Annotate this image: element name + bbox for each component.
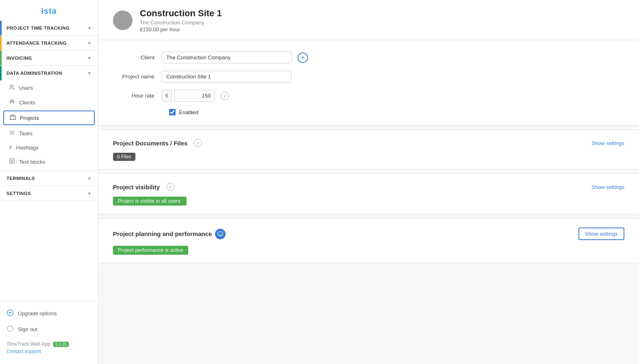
projects-icon [10, 114, 16, 121]
nav-header-invoicing[interactable]: INVOICING ▼ [0, 51, 98, 65]
sidebar-item-label: Hashtags [16, 145, 39, 151]
signout-icon [7, 325, 14, 334]
chevron-down-icon: ▼ [87, 41, 91, 46]
nav-section-data-administration: DATA ADMINISTRATION ▼ [0, 66, 98, 80]
visibility-title: Project visibility i [113, 183, 174, 191]
sidebar: Ista PROJECT TIME TRACKING ▼ ATTENDANCE … [0, 0, 98, 364]
performance-icon [215, 229, 226, 239]
sidebar-item-hashtags[interactable]: # Hashtags [0, 141, 98, 154]
sidebar-item-users[interactable]: Users [0, 80, 98, 95]
sidebar-item-label: Users [19, 85, 33, 91]
sidebar-item-label: Clients [19, 100, 35, 106]
users-icon [9, 84, 15, 91]
visibility-badge: Project is visible to all users. [113, 197, 187, 206]
enabled-checkbox[interactable] [169, 109, 176, 115]
sidebar-item-text-blocks[interactable]: Text blocks [0, 154, 98, 169]
project-rate: €150.00 per hour [140, 26, 222, 32]
tasks-icon [9, 130, 15, 137]
documents-info-icon[interactable]: i [194, 139, 202, 147]
svg-point-3 [13, 101, 14, 102]
nav-header-attendance-tracking[interactable]: ATTENDANCE TRACKING ▼ [0, 36, 98, 50]
planning-title-text: Project planning and performance [113, 230, 212, 237]
sidebar-item-label: Tasks [19, 130, 33, 136]
files-badge: 0 Files [113, 153, 135, 161]
documents-show-settings-link[interactable]: Show settings [591, 140, 624, 146]
client-row: Client + [113, 52, 624, 63]
visibility-info-icon[interactable]: i [166, 183, 174, 191]
planning-badge: Project performance is active [113, 246, 188, 255]
hour-rate-row: Hour rate € i [113, 90, 624, 102]
project-form: Client + Project name Hour rate € i Enab… [98, 40, 639, 126]
sidebar-item-projects[interactable]: Projects [3, 110, 95, 125]
project-company: The Construction Company [140, 20, 222, 26]
upgrade-options-item[interactable]: Upgrade options [0, 306, 98, 321]
chevron-down-icon: ▼ [87, 26, 91, 30]
chevron-down-icon: ▼ [87, 71, 91, 76]
sign-out-item[interactable]: Sign out [0, 321, 98, 337]
project-avatar [113, 11, 133, 30]
nav-header-data-administration[interactable]: DATA ADMINISTRATION ▼ [0, 66, 98, 80]
project-header: Construction Site 1 The Construction Com… [98, 0, 639, 40]
nav-header-settings[interactable]: SETTINGS ▼ [0, 186, 98, 201]
main-content: Construction Site 1 The Construction Com… [98, 0, 639, 364]
sidebar-bottom: Upgrade options Sign out TimeTrack Web A… [0, 301, 98, 364]
client-input[interactable] [162, 52, 292, 63]
project-title: Construction Site 1 [140, 8, 222, 19]
upgrade-icon [7, 309, 14, 318]
nav-section-attendance-tracking: ATTENDANCE TRACKING ▼ [0, 36, 98, 50]
enabled-row: Enabled [169, 109, 624, 115]
planning-title: Project planning and performance [113, 229, 226, 239]
nav-header-label: INVOICING [7, 56, 32, 61]
nav-header-label: PROJECT TIME TRACKING [7, 26, 70, 30]
app-name-label: TimeTrack Web App [7, 341, 50, 347]
planning-section: Project planning and performance Show se… [98, 218, 639, 263]
client-input-group: + [162, 52, 308, 63]
nav-header-terminals[interactable]: TERMINALS ▼ [0, 171, 98, 186]
sidebar-item-label: Text blocks [19, 159, 45, 165]
hour-rate-input-group: € i [162, 90, 229, 102]
hour-rate-input[interactable] [174, 90, 215, 102]
project-name-label: Project name [113, 74, 162, 80]
sidebar-item-label: Projects [20, 115, 39, 121]
chevron-down-icon: ▼ [87, 56, 91, 61]
svg-point-14 [7, 326, 13, 332]
documents-title-text: Project Documents / Files [113, 140, 187, 147]
svg-rect-15 [218, 232, 223, 235]
hour-rate-info-icon[interactable]: i [221, 92, 229, 100]
upgrade-label: Upgrade options [18, 310, 57, 316]
nav-header-project-time-tracking[interactable]: PROJECT TIME TRACKING ▼ [0, 21, 98, 35]
visibility-title-row: Project visibility i Show settings [113, 183, 624, 191]
project-header-info: Construction Site 1 The Construction Com… [140, 8, 222, 32]
sidebar-footer: TimeTrack Web App 5.3.20 Contact support [0, 337, 98, 360]
nav-section-project-time-tracking: PROJECT TIME TRACKING ▼ [0, 21, 98, 35]
nav-section-invoicing: INVOICING ▼ [0, 51, 98, 65]
app-logo: Ista [0, 0, 98, 21]
clients-icon [9, 99, 15, 106]
currency-symbol: € [162, 90, 172, 102]
enabled-label: Enabled [179, 109, 198, 115]
nav-header-label: SETTINGS [7, 191, 31, 196]
nav-header-label: ATTENDANCE TRACKING [7, 41, 67, 46]
svg-point-2 [10, 101, 11, 102]
sidebar-item-clients[interactable]: Clients [0, 95, 98, 110]
contact-support-link[interactable]: Contact support [7, 349, 91, 354]
project-name-row: Project name [113, 71, 624, 82]
signout-label: Sign out [18, 326, 37, 332]
hour-rate-label: Hour rate [113, 93, 162, 99]
text-blocks-icon [9, 158, 15, 165]
visibility-title-text: Project visibility [113, 184, 160, 191]
planning-show-settings-button[interactable]: Show settings [578, 228, 624, 240]
version-badge: 5.3.20 [53, 342, 69, 347]
planning-title-row: Project planning and performance Show se… [113, 228, 624, 240]
add-client-button[interactable]: + [298, 52, 308, 63]
hashtags-icon: # [9, 144, 12, 151]
chevron-down-icon: ▼ [87, 176, 91, 181]
visibility-section: Project visibility i Show settings Proje… [98, 173, 639, 214]
nav-header-label: DATA ADMINISTRATION [7, 71, 62, 76]
visibility-show-settings-link[interactable]: Show settings [591, 184, 624, 190]
sidebar-item-tasks[interactable]: Tasks [0, 126, 98, 141]
client-label: Client [113, 54, 162, 61]
nav-header-label: TERMINALS [7, 176, 35, 181]
project-name-input[interactable] [162, 71, 292, 82]
svg-point-0 [10, 85, 12, 87]
